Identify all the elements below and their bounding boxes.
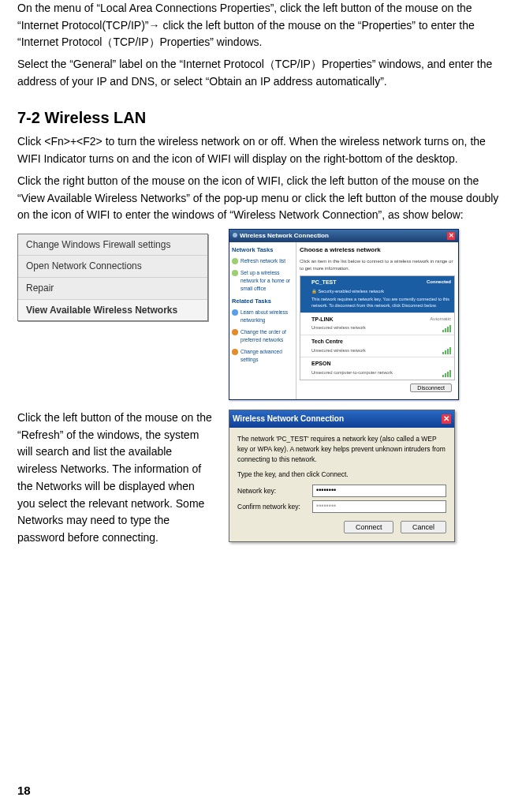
choose-heading: Choose a wireless network (300, 245, 455, 255)
window-title: Wireless Network Connection (240, 232, 329, 239)
signal-icon (442, 347, 451, 354)
order-icon (232, 329, 238, 335)
network-item-epson[interactable]: EPSON Unsecured computer-to-computer net… (300, 357, 454, 379)
label-network-key: Network key: (237, 486, 312, 496)
menu-item-view-networks[interactable]: View Available Wireless Networks (18, 300, 207, 321)
paragraph-tcpip-1: On the menu of “Local Area Connections P… (17, 0, 500, 51)
learn-icon (232, 309, 238, 316)
input-confirm-key[interactable]: •••••••• (312, 500, 446, 513)
input-network-key[interactable]: •••••••• (312, 485, 446, 497)
sidebar-link-refresh[interactable]: Refresh network list (232, 257, 293, 265)
network-item-pctest[interactable]: PC_TEST Connected 🔒 Security-enabled wir… (300, 276, 454, 312)
network-name: EPSON (311, 360, 451, 369)
lock-icon: 🔒 (311, 289, 317, 294)
network-key-dialog: Wireless Network Connection ✕ The networ… (229, 410, 455, 542)
sidebar-link-learn[interactable]: Learn about wireless networking (232, 309, 293, 324)
sidebar-hdr-network-tasks: Network Tasks (232, 245, 293, 255)
wireless-connection-window: Wireless Network Connection ✕ Network Ta… (229, 229, 459, 400)
window-titlebar[interactable]: Wireless Network Connection ✕ (229, 230, 458, 242)
network-item-tplink[interactable]: TP-LINK Automatic Unsecured wireless net… (300, 313, 454, 335)
paragraph-tcpip-2: Select the “General” label on the “Inter… (17, 56, 500, 90)
dialog-titlebar[interactable]: Wireless Network Connection ✕ (229, 410, 454, 428)
close-icon[interactable]: ✕ (442, 414, 451, 424)
disconnect-button[interactable]: Disconnect (410, 384, 452, 392)
label-confirm-key: Confirm network key: (237, 502, 312, 512)
signal-icon (442, 370, 451, 377)
signal-icon (442, 325, 451, 332)
network-name: Tech Centre (311, 338, 451, 346)
advanced-icon (232, 349, 238, 355)
choose-intro: Click an item in the list below to conne… (300, 258, 455, 273)
sidebar-hdr-related-tasks: Related Tasks (232, 297, 293, 306)
menu-item-open-connections[interactable]: Open Network Connections (18, 256, 207, 278)
menu-item-firewall[interactable]: Change Windows Firewall settings (18, 234, 207, 256)
network-list: PC_TEST Connected 🔒 Security-enabled wir… (300, 275, 455, 380)
paragraph-wlan-1: Click <Fn>+<F2> to turn the wireless net… (17, 133, 500, 167)
window-main: Choose a wireless network Click an item … (296, 242, 458, 399)
dialog-message-1: The network 'PC_TEST' requires a network… (237, 434, 446, 466)
paragraph-wlan-2: Click the right button of the mouse on t… (17, 173, 500, 224)
close-icon[interactable]: ✕ (447, 232, 455, 240)
paragraph-refresh: Click the left button of the mouse on th… (17, 410, 214, 547)
menu-item-repair[interactable]: Repair (18, 278, 207, 300)
setup-icon (232, 270, 238, 276)
dialog-title: Wireless Network Connection (233, 413, 344, 425)
sidebar-link-setup[interactable]: Set up a wireless network for a home or … (232, 269, 293, 293)
sidebar-link-order[interactable]: Change the order of preferred networks (232, 328, 293, 344)
network-status: Connected (427, 279, 451, 286)
window-sidebar: Network Tasks Refresh network list Set u… (229, 242, 296, 399)
section-heading-wireless-lan: 7-2 Wireless LAN (17, 106, 500, 130)
wifi-icon (233, 233, 237, 238)
network-item-techcentre[interactable]: Tech Centre Unsecured wireless network (300, 335, 454, 357)
tray-context-menu: Change Windows Firewall settings Open Ne… (17, 234, 208, 321)
network-status: Automatic (430, 316, 451, 323)
dialog-message-2: Type the key, and then click Connect. (237, 470, 446, 480)
refresh-icon (232, 258, 238, 264)
cancel-button[interactable]: Cancel (401, 521, 446, 533)
sidebar-link-advanced[interactable]: Change advanced settings (232, 348, 293, 364)
connect-button[interactable]: Connect (344, 521, 394, 533)
